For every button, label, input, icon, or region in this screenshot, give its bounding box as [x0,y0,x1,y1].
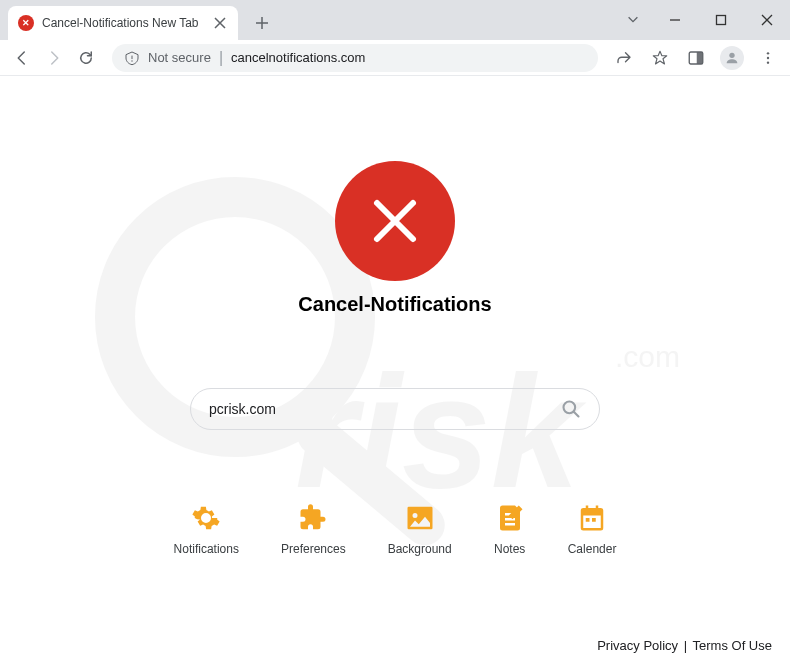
side-panel-icon[interactable] [682,44,710,72]
puzzle-icon [297,502,329,534]
search-box[interactable] [190,388,600,430]
privacy-link[interactable]: Privacy Policy [597,638,678,653]
window-controls [652,0,790,40]
address-bar[interactable]: Not secure | cancelnotifications.com [112,44,598,72]
terms-link[interactable]: Terms Of Use [693,638,772,653]
close-tab-icon[interactable] [212,15,228,31]
browser-tab[interactable]: Cancel-Notifications New Tab [8,6,238,40]
quicklink-label: Notifications [174,542,239,556]
svg-rect-0 [717,16,726,25]
quicklink-notifications[interactable]: Notifications [174,502,239,556]
browser-toolbar: Not secure | cancelnotifications.com [0,40,790,76]
notes-icon [494,502,526,534]
not-secure-icon [124,50,140,66]
brand-logo-icon [335,161,455,281]
profile-avatar[interactable] [718,44,746,72]
quicklink-label: Calender [568,542,617,556]
menu-icon[interactable] [754,44,782,72]
quicklink-preferences[interactable]: Preferences [281,502,346,556]
maximize-button[interactable] [698,0,744,40]
footer-links: Privacy Policy | Terms Of Use [597,638,772,653]
quicklink-notes[interactable]: Notes [494,502,526,556]
footer-separator: | [684,638,687,653]
back-button[interactable] [8,44,36,72]
forward-button[interactable] [40,44,68,72]
bookmark-star-icon[interactable] [646,44,674,72]
close-window-button[interactable] [744,0,790,40]
quicklink-background[interactable]: Background [388,502,452,556]
svg-point-3 [729,52,734,57]
svg-point-6 [767,61,769,63]
search-icon[interactable] [561,399,581,419]
minimize-button[interactable] [652,0,698,40]
quick-links: Notifications Preferences Background Not… [174,502,617,556]
svg-rect-2 [697,52,703,64]
tab-favicon-icon [18,15,34,31]
share-icon[interactable] [610,44,638,72]
security-label: Not secure [148,50,211,65]
tab-dropdown-icon[interactable] [626,12,640,30]
svg-point-4 [767,52,769,54]
reload-button[interactable] [72,44,100,72]
quicklink-label: Notes [494,542,525,556]
tab-title: Cancel-Notifications New Tab [42,16,204,30]
svg-point-5 [767,56,769,58]
address-separator: | [219,49,223,67]
brand-title: Cancel-Notifications [298,293,491,316]
image-icon [404,502,436,534]
quicklink-label: Background [388,542,452,556]
new-tab-button[interactable] [248,9,276,37]
browser-titlebar: Cancel-Notifications New Tab [0,0,790,40]
gear-icon [190,502,222,534]
quicklink-calendar[interactable]: Calender [568,502,617,556]
url-text: cancelnotifications.com [231,50,365,65]
search-input[interactable] [209,401,561,417]
calendar-icon [576,502,608,534]
quicklink-label: Preferences [281,542,346,556]
page-content: risk .com Cancel-Notifications Notificat… [0,76,790,661]
